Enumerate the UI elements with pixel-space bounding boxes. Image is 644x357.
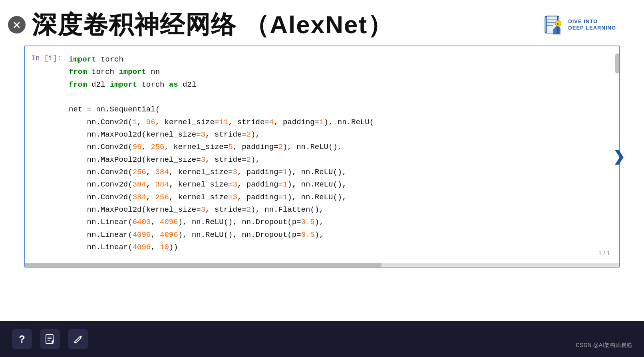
edit1-button[interactable] <box>40 329 60 349</box>
keyword-import: import <box>69 55 96 64</box>
question-icon: ? <box>19 333 25 345</box>
dive-logo-icon: D <box>542 14 564 36</box>
code-line-7: nn.Conv2d(96, 256, kernel_size=5, paddin… <box>69 141 614 153</box>
logo-line2: DEEP LEARNING <box>568 25 616 31</box>
code-line-6: nn.MaxPool2d(kernel_size=3, stride=2), <box>69 129 614 141</box>
pencil-icon <box>72 333 83 345</box>
code-line-blank <box>69 91 614 103</box>
notebook-cell-wrapper: In [1]: import torch from torch import n… <box>24 46 620 268</box>
keyword-import2: import <box>119 67 146 76</box>
code-line-8: nn.MaxPool2d(kernel_size=3, stride=2), <box>69 154 614 166</box>
pencil-button[interactable] <box>68 329 88 349</box>
code-line-10: nn.Conv2d(384, 384, kernel_size=3, paddi… <box>69 178 614 191</box>
page-title: 深度卷积神经网络 （AlexNet） <box>32 8 542 42</box>
code-line-15: nn.Linear(4096, 10)) <box>69 241 614 254</box>
logo-area: D DIVE INTO DEEP LEARNING <box>542 14 616 36</box>
keyword-from: from <box>69 67 87 76</box>
keyword-from2: from <box>69 80 87 89</box>
close-button[interactable] <box>8 16 26 34</box>
notepad-icon <box>44 333 56 345</box>
code-line-1: import torch <box>69 54 614 66</box>
logo-text: DIVE INTO DEEP LEARNING <box>568 18 616 31</box>
code-line-9: nn.Conv2d(256, 384, kernel_size=3, paddi… <box>69 166 614 178</box>
code-line-11: nn.Conv2d(384, 256, kernel_size=3, paddi… <box>69 191 614 204</box>
keyword-as: as <box>169 80 178 89</box>
cell-label: In [1]: <box>25 54 69 62</box>
code-line-14: nn.Linear(4096, 4096), nn.ReLU(), nn.Dro… <box>69 229 614 241</box>
page-number: 1 / 1 <box>598 250 610 256</box>
code-line-2: from torch import nn <box>69 66 614 78</box>
code-line-13: nn.Linear(6400, 4096), nn.ReLU(), nn.Dro… <box>69 216 614 228</box>
code-line-12: nn.MaxPool2d(kernel_size=3, stride=2), n… <box>69 204 614 216</box>
horizontal-scrollbar[interactable] <box>25 263 619 267</box>
credit-text: CSDN @AI架构师易筋 <box>576 342 632 349</box>
code-line-3: from d2l import torch as d2l <box>69 79 614 91</box>
main-container: 深度卷积神经网络 （AlexNet） D DIVE INTO DEEP LEAR… <box>0 0 644 357</box>
bottom-toolbar: ? CSDN @AI架构师易筋 <box>0 321 644 357</box>
header: 深度卷积神经网络 （AlexNet） D DIVE INTO DEEP LEAR… <box>0 0 644 46</box>
horizontal-scrollbar-thumb[interactable] <box>25 263 382 267</box>
logo-line1: DIVE INTO <box>568 18 616 25</box>
cell-code-content: import torch from torch import nn from d… <box>69 54 614 254</box>
notebook-area: In [1]: import torch from torch import n… <box>12 46 632 268</box>
code-line-5: nn.Conv2d(1, 96, kernel_size=11, stride=… <box>69 116 614 129</box>
code-cell: In [1]: import torch from torch import n… <box>25 46 619 261</box>
scrollbar-thumb[interactable] <box>615 54 619 73</box>
code-line-4: net = nn.Sequential( <box>69 103 614 116</box>
next-arrow[interactable]: ❯ <box>613 148 625 165</box>
help-button[interactable]: ? <box>12 329 32 349</box>
svg-text:D: D <box>557 22 560 26</box>
keyword-import3: import <box>110 80 137 89</box>
